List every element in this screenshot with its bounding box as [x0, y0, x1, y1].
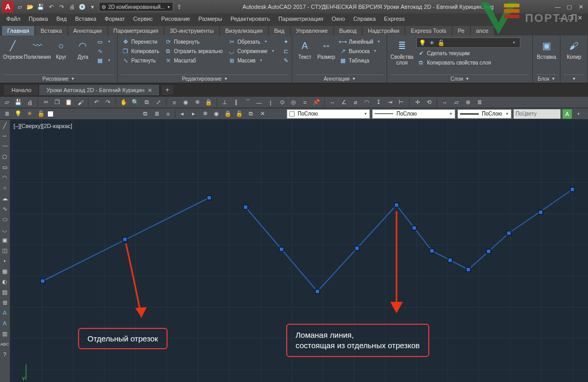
- dim-lin-icon[interactable]: ↔: [328, 98, 337, 107]
- print-icon[interactable]: 🖨: [25, 98, 34, 107]
- arc-tool-icon[interactable]: ◠: [0, 173, 9, 182]
- leader-button[interactable]: ↗Выноска▾: [338, 47, 384, 55]
- new-icon[interactable]: ▱: [2, 98, 11, 107]
- grip[interactable]: [394, 203, 399, 207]
- layer-off2-icon[interactable]: ◉: [212, 109, 221, 119]
- settings-icon[interactable]: ▾: [88, 3, 97, 11]
- grip-mid[interactable]: [539, 210, 543, 214]
- tab-output[interactable]: Вывод: [334, 26, 362, 35]
- grip[interactable]: [570, 187, 574, 192]
- doc-tab-active[interactable]: Уроки Автокад 2D - Евгений Курицин ✕: [39, 85, 159, 95]
- menu-param[interactable]: Параметризация: [274, 15, 327, 23]
- menu-edit[interactable]: Правка: [24, 15, 52, 23]
- grip-end[interactable]: [207, 196, 211, 200]
- drawing-canvas[interactable]: [–][Сверху][2D-каркас]: [10, 120, 588, 382]
- doc-restore-icon[interactable]: ❐: [568, 15, 577, 23]
- grip-mid[interactable]: [448, 258, 452, 262]
- color-combo[interactable]: ПоСлою ▼: [287, 109, 370, 119]
- linetype-combo[interactable]: ПоСлою ▼: [372, 109, 455, 119]
- linear-button[interactable]: ⟷Линейный▾: [338, 37, 384, 46]
- tab-param[interactable]: Параметризация: [108, 26, 163, 35]
- menu-help[interactable]: Справка: [349, 15, 380, 23]
- layer-walk-icon[interactable]: ▸: [189, 109, 198, 119]
- match-icon[interactable]: 🖌: [75, 98, 85, 107]
- make-current-button[interactable]: ✔Сделать текущим: [416, 49, 520, 57]
- erase-button[interactable]: ✎: [281, 56, 290, 65]
- spline-button[interactable]: ∿: [95, 47, 114, 55]
- menu-view[interactable]: Вид: [52, 15, 71, 23]
- offset-button[interactable]: ⊏: [281, 47, 290, 55]
- grip[interactable]: [430, 249, 434, 253]
- close-tab-icon[interactable]: ✕: [148, 87, 152, 93]
- menu-file[interactable]: Файл: [2, 15, 24, 23]
- tab-addins[interactable]: Надстройки: [363, 26, 404, 35]
- plotstyle-input[interactable]: ПоЦвету: [514, 109, 560, 119]
- circle-tool-icon[interactable]: ○: [0, 183, 9, 193]
- dim-rad-icon[interactable]: ⌀: [351, 98, 360, 107]
- menu-express[interactable]: Express: [380, 15, 409, 23]
- chevron-down-icon[interactable]: ▼: [224, 77, 228, 81]
- tab-view[interactable]: Вид: [269, 26, 290, 35]
- constr-coinc-icon[interactable]: ⊙: [277, 98, 287, 107]
- line-button[interactable]: ╱ Отрезок: [3, 36, 23, 60]
- layer-lock-icon[interactable]: 🔒: [204, 98, 213, 107]
- chevron-down-icon[interactable]: ▾: [574, 109, 583, 119]
- grip-mid[interactable]: [123, 237, 127, 241]
- undo-icon[interactable]: ↶: [47, 3, 55, 11]
- redo-icon[interactable]: ↷: [57, 3, 66, 11]
- tab-visual[interactable]: Визуализация: [220, 26, 268, 35]
- polygon-tool-icon[interactable]: ⬡: [0, 152, 9, 161]
- zoom-ext-icon[interactable]: ⤢: [154, 98, 163, 107]
- move-button[interactable]: ✥Перенести: [121, 37, 160, 46]
- layer-mgr-icon[interactable]: ≣: [2, 109, 11, 119]
- doc-close-icon[interactable]: ✕: [578, 15, 586, 23]
- layer-prev-icon[interactable]: ◂: [177, 109, 187, 119]
- wipeout-tool-icon[interactable]: ▥: [0, 329, 9, 338]
- menu-window[interactable]: Окно: [327, 15, 349, 23]
- doc-tab-start[interactable]: Начало: [4, 85, 39, 95]
- array-button[interactable]: ⊞Массив▾: [227, 56, 278, 65]
- grip[interactable]: [466, 268, 470, 272]
- rotate-button[interactable]: ⟳Повернуть: [163, 37, 224, 46]
- hatch-tool-icon[interactable]: ▦: [0, 266, 9, 276]
- grip-mid[interactable]: [412, 226, 416, 230]
- copy-button[interactable]: ❐Копировать: [121, 47, 160, 55]
- block-tool-icon[interactable]: ◫: [0, 246, 9, 255]
- app-logo[interactable]: A: [2, 1, 14, 12]
- grip-start[interactable]: [41, 279, 45, 283]
- iso-icon[interactable]: ≣: [152, 109, 161, 119]
- hatch-button[interactable]: ▦▾: [95, 56, 114, 65]
- grip-mid[interactable]: [279, 247, 284, 251]
- layer-del-icon[interactable]: ✕: [258, 109, 267, 119]
- layer-combo[interactable]: 💡☀🔓 ▾: [416, 37, 520, 48]
- tab-insert[interactable]: Вставка: [35, 26, 67, 35]
- disk-icon[interactable]: 💿: [78, 3, 86, 11]
- chevron-down-icon[interactable]: ▼: [71, 77, 75, 81]
- lineweight-combo[interactable]: ПоСлою ▼: [457, 109, 512, 119]
- gradient-tool-icon[interactable]: ◐: [0, 277, 9, 286]
- constr-vert-icon[interactable]: |: [266, 98, 275, 107]
- pan-icon[interactable]: ✋: [119, 98, 129, 107]
- layer-state-icon[interactable]: ⧉: [140, 109, 150, 119]
- polyline-button[interactable]: 〰 Полилиния: [26, 36, 49, 60]
- layer-merge-icon[interactable]: ⧉: [246, 109, 255, 119]
- dim-button[interactable]: ↔ Размер: [317, 36, 335, 60]
- tab-express[interactable]: Express Tools: [405, 26, 451, 35]
- fillet-button[interactable]: ◡Сопряжение▾: [227, 47, 278, 55]
- minimize-icon[interactable]: —: [553, 3, 563, 11]
- chevron-down-icon[interactable]: ▼: [352, 77, 356, 81]
- table-tool-icon[interactable]: ⊞: [0, 298, 9, 307]
- rect-button[interactable]: ▭▾: [95, 37, 114, 46]
- zoom-icon[interactable]: 🔍: [131, 98, 140, 107]
- list-icon[interactable]: ≣: [475, 98, 484, 107]
- layer-iso-icon[interactable]: ≡: [170, 98, 179, 107]
- save-icon[interactable]: 💾: [36, 3, 45, 11]
- trim-button[interactable]: ✂Обрезать▾: [227, 37, 278, 46]
- match-layer-button[interactable]: ⧉Копировать свойства слоя: [416, 58, 520, 67]
- spline-tool-icon[interactable]: ∿: [0, 204, 9, 213]
- new-icon[interactable]: ▱: [16, 3, 24, 11]
- mtext2-tool-icon[interactable]: A: [0, 319, 9, 328]
- menu-tools[interactable]: Сервис: [129, 15, 157, 23]
- tab-anno[interactable]: Аннотации: [68, 26, 107, 35]
- line-tool-icon[interactable]: ╱: [0, 121, 9, 130]
